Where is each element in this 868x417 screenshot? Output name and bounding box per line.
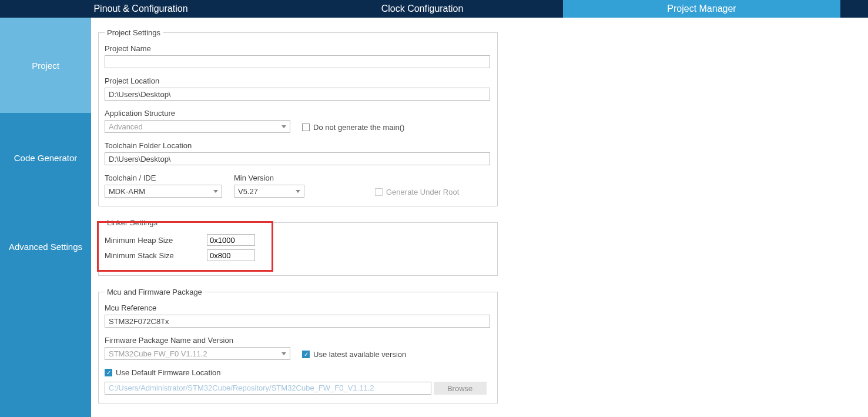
toolchain-ide-label: Toolchain / IDE <box>105 174 222 182</box>
generate-under-root-row: Generate Under Root <box>375 188 459 196</box>
use-default-fw-row[interactable]: ✓ Use Default Firmware Location <box>105 368 491 377</box>
linker-highlight-box <box>97 221 273 272</box>
min-version-label: Min Version <box>234 174 304 182</box>
use-latest-version-label: Use latest available version <box>313 350 406 359</box>
mcu-reference-input[interactable] <box>105 315 490 328</box>
mcu-reference-label: Mcu Reference <box>105 303 491 312</box>
fw-location-input: C:/Users/Administrator/STM32Cube/Reposit… <box>105 382 431 395</box>
generate-under-root-label: Generate Under Root <box>386 188 459 196</box>
linker-settings-legend: Linker Settings <box>105 218 160 227</box>
toolchain-ide-value: MDK-ARM <box>109 187 145 196</box>
project-settings-pane: Project Settings Project Name Project Lo… <box>91 18 868 417</box>
tab-project-manager[interactable]: Project Manager <box>563 0 840 18</box>
fw-package-name-value: STM32Cube FW_F0 V1.11.2 <box>109 349 207 358</box>
project-manager-sidebar: Project Code Generator Advanced Settings <box>0 18 91 417</box>
no-main-checkbox[interactable] <box>302 124 310 131</box>
app-structure-select[interactable]: Advanced <box>105 120 290 133</box>
tab-pinout[interactable]: Pinout & Configuration <box>0 0 281 18</box>
project-location-label: Project Location <box>105 76 491 85</box>
fw-package-name-label: Firmware Package Name and Version <box>105 336 290 345</box>
project-settings-group: Project Settings Project Name Project Lo… <box>98 28 498 206</box>
use-default-fw-label: Use Default Firmware Location <box>116 368 220 377</box>
toolchain-folder-input[interactable] <box>105 152 490 165</box>
tab-bar-end <box>840 0 868 18</box>
app-structure-label: Application Structure <box>105 109 290 118</box>
min-stack-label: Minimum Stack Size <box>105 251 199 260</box>
no-main-label: Do not generate the main() <box>313 123 404 132</box>
linker-settings-group: Linker Settings Minimum Heap Size Minimu… <box>98 218 498 276</box>
chevron-down-icon <box>281 125 286 128</box>
no-main-checkbox-row[interactable]: Do not generate the main() <box>302 123 404 132</box>
use-latest-version-row[interactable]: ✓ Use latest available version <box>302 350 406 359</box>
sidebar-item-advanced-settings[interactable]: Advanced Settings <box>0 202 91 291</box>
project-location-input[interactable] <box>105 88 490 101</box>
fw-location-row: C:/Users/Administrator/STM32Cube/Reposit… <box>105 382 491 395</box>
project-name-input[interactable] <box>105 55 490 68</box>
min-stack-input[interactable] <box>207 249 255 261</box>
min-version-select[interactable]: V5.27 <box>234 185 304 198</box>
chevron-down-icon <box>296 190 300 193</box>
top-tab-bar: Pinout & Configuration Clock Configurati… <box>0 0 868 18</box>
browse-button[interactable]: Browse <box>434 382 487 395</box>
chevron-down-icon <box>213 190 218 193</box>
sidebar-filler <box>0 291 91 417</box>
mcu-firmware-legend: Mcu and Firmware Package <box>105 288 205 296</box>
sidebar-item-project[interactable]: Project <box>0 18 91 114</box>
fw-package-name-select[interactable]: STM32Cube FW_F0 V1.11.2 <box>105 347 290 360</box>
toolchain-folder-label: Toolchain Folder Location <box>105 141 491 150</box>
generate-under-root-checkbox <box>375 188 383 196</box>
min-heap-input[interactable] <box>207 234 255 246</box>
use-default-fw-checkbox[interactable]: ✓ <box>105 369 112 376</box>
min-version-value: V5.27 <box>238 187 258 196</box>
chevron-down-icon <box>281 352 286 355</box>
tab-clock[interactable]: Clock Configuration <box>281 0 563 18</box>
toolchain-ide-select[interactable]: MDK-ARM <box>105 185 222 198</box>
mcu-firmware-group: Mcu and Firmware Package Mcu Reference F… <box>98 288 498 403</box>
app-structure-value: Advanced <box>109 122 143 131</box>
use-latest-version-checkbox[interactable]: ✓ <box>302 351 310 358</box>
min-heap-label: Minimum Heap Size <box>105 236 199 245</box>
sidebar-item-code-generator[interactable]: Code Generator <box>0 114 91 202</box>
project-name-label: Project Name <box>105 44 491 53</box>
project-settings-legend: Project Settings <box>105 28 163 37</box>
